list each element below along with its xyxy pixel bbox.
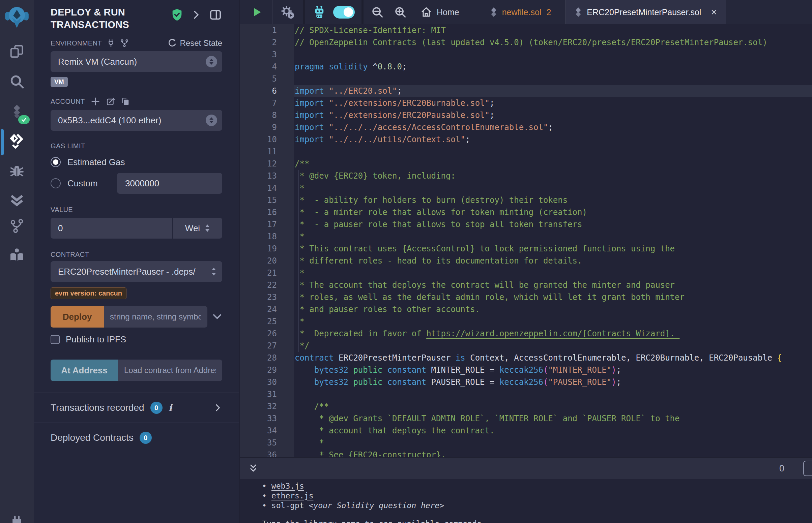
code-line[interactable]: 9import "../../../access/AccessControlEn… bbox=[240, 121, 812, 133]
line-number[interactable]: 16 bbox=[240, 206, 294, 218]
zoom-in-button[interactable] bbox=[394, 6, 407, 19]
line-number[interactable]: 20 bbox=[240, 255, 294, 267]
line-number[interactable]: 24 bbox=[240, 303, 294, 315]
transactions-recorded-row[interactable]: Transactions recorded 0 i bbox=[51, 393, 222, 422]
custom-gas-input[interactable] bbox=[117, 173, 222, 194]
tab-newfile[interactable]: newfile.sol 2 bbox=[481, 0, 560, 24]
line-number[interactable]: 2 bbox=[240, 36, 294, 49]
line-number[interactable]: 9 bbox=[240, 121, 294, 133]
code-line[interactable]: 3 bbox=[240, 49, 812, 61]
sidebar-item-solidity-compiler[interactable] bbox=[7, 103, 26, 121]
account-select[interactable]: 0x5B3...eddC4 (100 ether) bbox=[51, 110, 222, 131]
run-script-button[interactable] bbox=[251, 6, 263, 18]
sidebar-item-unit-testing[interactable] bbox=[7, 191, 26, 209]
line-number[interactable]: 25 bbox=[240, 315, 294, 327]
line-number[interactable]: 31 bbox=[240, 388, 294, 400]
info-icon[interactable]: i bbox=[169, 402, 172, 414]
terminal-search-box[interactable] bbox=[803, 461, 812, 476]
code-line[interactable]: 15 * - ability for holders to burn (dest… bbox=[240, 194, 812, 206]
contract-select[interactable]: ERC20PresetMinterPauser - .deps/ bbox=[51, 261, 222, 282]
line-number[interactable]: 14 bbox=[240, 182, 294, 194]
line-number[interactable]: 27 bbox=[240, 340, 294, 352]
code-line[interactable]: 22 * The account that deploys the contra… bbox=[240, 279, 812, 291]
custom-gas-radio[interactable] bbox=[51, 178, 61, 188]
code-line[interactable]: 29 bytes32 public constant MINTER_ROLE =… bbox=[240, 364, 812, 376]
code-line[interactable]: 18 * bbox=[240, 231, 812, 242]
code-line[interactable]: 33 * @dev Grants `DEFAULT_ADMIN_ROLE`, `… bbox=[240, 413, 812, 425]
line-number[interactable]: 35 bbox=[240, 437, 294, 449]
code-line[interactable]: 26 * _Deprecated in favor of https://wiz… bbox=[240, 327, 812, 340]
estimated-gas-radio[interactable] bbox=[51, 157, 61, 167]
code-line[interactable]: 11 bbox=[240, 146, 812, 158]
value-unit-select[interactable]: Wei bbox=[173, 218, 222, 239]
line-number[interactable]: 4 bbox=[240, 61, 294, 73]
expand-constructor-icon[interactable] bbox=[212, 312, 222, 322]
line-number[interactable]: 12 bbox=[240, 158, 294, 170]
line-number[interactable]: 26 bbox=[240, 327, 294, 340]
code-line[interactable]: 4pragma solidity ^0.8.0; bbox=[240, 61, 812, 73]
line-number[interactable]: 6 bbox=[240, 85, 294, 97]
code-line[interactable]: 31 bbox=[240, 388, 812, 400]
code-line[interactable]: 24 * and pauser roles to other accounts. bbox=[240, 303, 812, 315]
estimated-gas-option[interactable]: Estimated Gas bbox=[51, 155, 222, 169]
remix-logo[interactable] bbox=[3, 3, 30, 30]
sidebar-item-deploy-run[interactable] bbox=[7, 131, 26, 150]
line-number[interactable]: 7 bbox=[240, 97, 294, 109]
line-number[interactable]: 33 bbox=[240, 413, 294, 425]
ai-copilot-toggle[interactable] bbox=[333, 6, 355, 19]
line-number[interactable]: 3 bbox=[240, 49, 294, 61]
code-line[interactable]: 30 bytes32 public constant PAUSER_ROLE =… bbox=[240, 376, 812, 388]
code-line[interactable]: 8import "../extensions/ERC20Pausable.sol… bbox=[240, 109, 812, 121]
code-line[interactable]: 12/** bbox=[240, 158, 812, 170]
sidebar-item-plugin-manager[interactable] bbox=[7, 513, 26, 523]
code-line[interactable]: 7import "../extensions/ERC20Burnable.sol… bbox=[240, 97, 812, 109]
close-tab-icon[interactable]: × bbox=[711, 7, 717, 17]
collapse-panel-icon[interactable] bbox=[191, 9, 201, 21]
line-number[interactable]: 30 bbox=[240, 376, 294, 388]
sign-message-icon[interactable] bbox=[106, 97, 115, 106]
code-line[interactable]: 36 * See {ERC20-constructor}. bbox=[240, 449, 812, 458]
line-number[interactable]: 23 bbox=[240, 291, 294, 303]
line-number[interactable]: 17 bbox=[240, 218, 294, 231]
code-line[interactable]: 28contract ERC20PresetMinterPauser is Co… bbox=[240, 352, 812, 364]
code-line[interactable]: 13 * @dev {ERC20} token, including: bbox=[240, 170, 812, 182]
code-line[interactable]: 23 * roles, as well as the default admin… bbox=[240, 291, 812, 303]
line-number[interactable]: 21 bbox=[240, 267, 294, 279]
code-line[interactable]: 14 * bbox=[240, 182, 812, 194]
code-line[interactable]: 32 /** bbox=[240, 400, 812, 413]
code-line[interactable]: 34 * account that deploys the contract. bbox=[240, 425, 812, 437]
reset-state-button[interactable]: Reset State bbox=[167, 38, 222, 48]
constructor-args-input[interactable] bbox=[104, 306, 207, 327]
code-line[interactable]: 17 * - a pauser role that allows to stop… bbox=[240, 218, 812, 231]
line-number[interactable]: 18 bbox=[240, 231, 294, 242]
add-account-icon[interactable] bbox=[90, 96, 101, 107]
line-number[interactable]: 19 bbox=[240, 242, 294, 255]
line-number[interactable]: 36 bbox=[240, 449, 294, 458]
line-number[interactable]: 11 bbox=[240, 146, 294, 158]
pin-panel-icon[interactable] bbox=[209, 8, 222, 22]
line-number[interactable]: 28 bbox=[240, 352, 294, 364]
line-number[interactable]: 22 bbox=[240, 279, 294, 291]
deploy-button[interactable]: Deploy bbox=[51, 306, 104, 327]
code-line[interactable]: 2// OpenZeppelin Contracts (last updated… bbox=[240, 36, 812, 49]
fork-environment-icon[interactable] bbox=[120, 39, 129, 48]
value-input[interactable] bbox=[51, 218, 172, 239]
terminal-link[interactable]: web3.js bbox=[271, 482, 304, 490]
sidebar-item-search[interactable] bbox=[7, 72, 26, 91]
at-address-button[interactable]: At Address bbox=[51, 360, 118, 381]
line-number[interactable]: 32 bbox=[240, 400, 294, 413]
line-number[interactable]: 10 bbox=[240, 133, 294, 146]
script-config-button[interactable] bbox=[281, 5, 295, 19]
expand-transactions-icon[interactable] bbox=[213, 403, 222, 412]
expand-terminal-icon[interactable] bbox=[248, 463, 259, 474]
at-address-input[interactable] bbox=[118, 360, 222, 381]
line-number[interactable]: 13 bbox=[240, 170, 294, 182]
terminal-link[interactable]: ethers.js bbox=[271, 491, 314, 500]
publish-ipfs-checkbox[interactable] bbox=[51, 335, 60, 344]
code-editor[interactable]: 1// SPDX-License-Identifier: MIT2// Open… bbox=[240, 24, 812, 458]
line-number[interactable]: 29 bbox=[240, 364, 294, 376]
code-line[interactable]: 19 * This contract uses {AccessControl} … bbox=[240, 242, 812, 255]
sidebar-item-learn[interactable] bbox=[7, 245, 26, 264]
code-line[interactable]: 35 * bbox=[240, 437, 812, 449]
zoom-out-button[interactable] bbox=[371, 6, 384, 19]
